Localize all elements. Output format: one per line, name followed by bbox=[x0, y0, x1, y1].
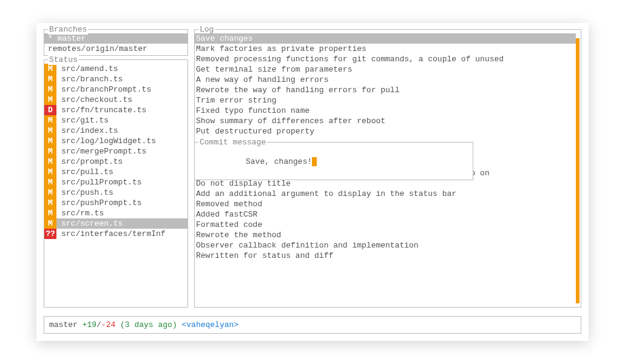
status-badge: M bbox=[44, 64, 56, 74]
log-row[interactable]: Add an additional argument to display in… bbox=[195, 189, 576, 199]
status-badge: M bbox=[44, 74, 56, 84]
status-row[interactable]: Msrc/pull.ts bbox=[44, 167, 187, 177]
status-file: src/rm.ts bbox=[56, 208, 187, 218]
status-row[interactable]: Msrc/mergePrompt.ts bbox=[44, 146, 187, 157]
log-row[interactable]: Removed processing functions for git com… bbox=[195, 54, 576, 64]
statusbar-author: <vaheqelyan> bbox=[182, 320, 239, 329]
status-badge: M bbox=[44, 115, 56, 126]
log-row[interactable]: Observer callback definition and impleme… bbox=[195, 240, 576, 251]
log-row[interactable]: Rewrote the method bbox=[195, 230, 576, 240]
commit-message-value: Save, changes! bbox=[246, 157, 312, 166]
status-badge: M bbox=[44, 177, 56, 187]
status-file: src/pull.ts bbox=[56, 167, 187, 177]
log-row[interactable]: Show summary of differences after reboot bbox=[195, 116, 576, 126]
status-badge: M bbox=[44, 126, 56, 136]
status-file: src/branchPrompt.ts bbox=[56, 84, 187, 95]
log-row[interactable]: Added fastCSR bbox=[195, 209, 576, 220]
status-badge: M bbox=[44, 218, 56, 229]
status-badge: M bbox=[44, 198, 56, 208]
log-scrollbar[interactable] bbox=[576, 38, 579, 303]
status-file: src/mergePrompt.ts bbox=[56, 146, 187, 157]
statusbar-branch: master bbox=[49, 320, 78, 329]
status-file: src/screen.ts bbox=[56, 218, 187, 229]
status-row[interactable]: ??src/interfaces/termInf bbox=[44, 229, 187, 239]
status-row[interactable]: Msrc/log/logWidget.ts bbox=[44, 136, 187, 146]
status-badge: M bbox=[44, 95, 56, 105]
log-row[interactable]: Removed method bbox=[195, 199, 576, 209]
status-file: src/branch.ts bbox=[56, 74, 187, 84]
log-row[interactable]: Save changes bbox=[195, 33, 576, 44]
branches-title: Branches bbox=[48, 24, 88, 35]
status-panel[interactable]: Status Msrc/amend.tsMsrc/branch.tsMsrc/b… bbox=[44, 59, 188, 308]
status-row[interactable]: Msrc/branch.ts bbox=[44, 74, 187, 84]
status-file: src/pushPrompt.ts bbox=[56, 198, 187, 208]
status-row[interactable]: Msrc/pushPrompt.ts bbox=[44, 198, 187, 208]
status-row[interactable]: Msrc/git.ts bbox=[44, 115, 187, 126]
status-badge: M bbox=[44, 136, 56, 146]
status-file: src/log/logWidget.ts bbox=[56, 136, 187, 146]
left-column: Branches * masterremotes/origin/master S… bbox=[44, 29, 188, 308]
status-file: src/index.ts bbox=[56, 126, 187, 136]
status-row[interactable]: Msrc/rm.ts bbox=[44, 208, 187, 218]
status-file: src/push.ts bbox=[56, 187, 187, 198]
status-badge: M bbox=[44, 157, 56, 167]
status-file: src/fn/truncate.ts bbox=[56, 105, 187, 115]
log-row[interactable]: A new way of handling errors bbox=[195, 75, 576, 85]
commit-message-title: Commit message bbox=[198, 137, 267, 147]
log-row[interactable]: Fixed typo function name bbox=[195, 106, 576, 116]
status-row[interactable]: Msrc/amend.ts bbox=[44, 64, 187, 74]
commit-message-input[interactable]: Save, changes! bbox=[198, 146, 469, 177]
app-root: Branches * masterremotes/origin/master S… bbox=[36, 23, 589, 341]
status-row[interactable]: Msrc/branchPrompt.ts bbox=[44, 84, 187, 95]
status-file: src/checkout.ts bbox=[56, 95, 187, 105]
status-title: Status bbox=[48, 55, 79, 65]
status-badge: M bbox=[44, 167, 56, 177]
log-row[interactable]: Rewritten for status and diff bbox=[195, 251, 576, 261]
status-file: src/git.ts bbox=[56, 115, 187, 126]
log-row[interactable]: Mark factories as private properties bbox=[195, 44, 576, 54]
log-row[interactable]: Trim error string bbox=[195, 95, 576, 106]
text-cursor bbox=[312, 157, 317, 166]
status-badge: M bbox=[44, 187, 56, 198]
status-row[interactable]: Dsrc/fn/truncate.ts bbox=[44, 105, 187, 115]
status-file: src/prompt.ts bbox=[56, 157, 187, 167]
status-badge: M bbox=[44, 146, 56, 157]
status-row[interactable]: Msrc/pullPrompt.ts bbox=[44, 177, 187, 187]
statusbar-additions: +19 bbox=[83, 320, 96, 329]
status-badge: M bbox=[44, 84, 56, 95]
status-badge: M bbox=[44, 208, 56, 218]
statusbar-age: (3 days ago) bbox=[120, 320, 177, 329]
status-file: src/pullPrompt.ts bbox=[56, 177, 187, 187]
status-file: src/interfaces/termInf bbox=[56, 229, 187, 239]
status-row[interactable]: Msrc/index.ts bbox=[44, 126, 187, 136]
status-row[interactable]: Msrc/prompt.ts bbox=[44, 157, 187, 167]
statusbar-deletions: -24 bbox=[101, 320, 115, 329]
status-badge: D bbox=[44, 105, 56, 115]
log-row[interactable]: Formatted code bbox=[195, 220, 576, 230]
commit-message-panel[interactable]: Commit message Save, changes! bbox=[194, 142, 473, 180]
branches-panel[interactable]: Branches * masterremotes/origin/master bbox=[44, 29, 188, 56]
log-row[interactable]: Rewrote the way of handling errors for p… bbox=[195, 85, 576, 95]
log-row[interactable]: Put destructured property bbox=[195, 126, 576, 136]
status-file: src/amend.ts bbox=[56, 64, 187, 74]
status-row[interactable]: Msrc/screen.ts bbox=[44, 218, 187, 229]
status-row[interactable]: Msrc/push.ts bbox=[44, 187, 187, 198]
status-badge: ?? bbox=[44, 229, 56, 239]
branch-row[interactable]: remotes/origin/master bbox=[44, 44, 187, 54]
status-row[interactable]: Msrc/checkout.ts bbox=[44, 95, 187, 105]
branch-row[interactable]: * master bbox=[44, 33, 187, 44]
main-columns: Branches * masterremotes/origin/master S… bbox=[44, 29, 581, 308]
log-row[interactable]: Get terminal size from parameters bbox=[195, 64, 576, 75]
right-column: Log Save changesMark factories as privat… bbox=[194, 29, 581, 308]
status-bar: master +19/-24 (3 days ago) <vaheqelyan> bbox=[44, 316, 581, 334]
